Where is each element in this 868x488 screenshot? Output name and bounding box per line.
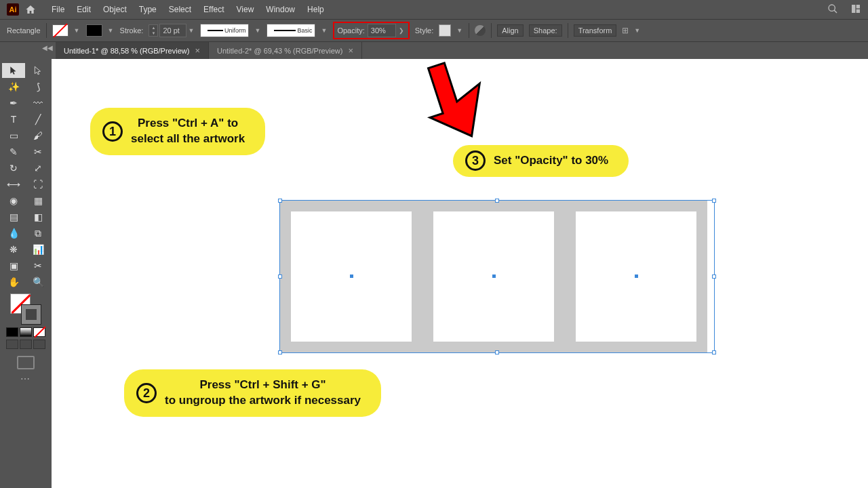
selected-artwork[interactable] bbox=[280, 201, 714, 352]
align-button[interactable]: Align bbox=[497, 24, 523, 37]
isolate-icon[interactable]: ⊞ bbox=[622, 26, 629, 35]
svg-rect-3 bbox=[856, 5, 860, 8]
eraser-tool[interactable]: ✂ bbox=[26, 144, 50, 159]
opacity-label: Opacity: bbox=[337, 26, 364, 35]
magic-wand-tool[interactable]: ✨ bbox=[2, 79, 25, 94]
rotate-tool[interactable]: ↻ bbox=[2, 161, 25, 176]
opacity-control-highlighted: Opacity: ❯ bbox=[333, 22, 409, 39]
menu-help[interactable]: Help bbox=[306, 2, 326, 17]
line-tool[interactable]: ╱ bbox=[26, 112, 50, 127]
menu-object[interactable]: Object bbox=[102, 2, 128, 17]
artboard-tool[interactable]: ▣ bbox=[2, 258, 25, 273]
free-transform-tool[interactable]: ⛶ bbox=[26, 177, 50, 192]
callout-1: 1 Press "Ctrl + A" to select all the art… bbox=[90, 108, 265, 155]
fill-stroke-color[interactable] bbox=[10, 293, 41, 325]
shaper-tool[interactable]: ✎ bbox=[2, 144, 25, 159]
menu-effect[interactable]: Effect bbox=[202, 2, 225, 17]
close-icon[interactable]: × bbox=[348, 45, 353, 56]
recolor-icon[interactable] bbox=[475, 25, 486, 36]
rectangle-tool[interactable]: ▭ bbox=[2, 128, 25, 143]
hand-tool[interactable]: ✋ bbox=[2, 274, 25, 289]
screen-mode-icon[interactable] bbox=[17, 356, 35, 369]
menu-view[interactable]: View bbox=[235, 2, 256, 17]
curvature-tool[interactable]: 〰 bbox=[26, 96, 50, 110]
direct-selection-tool[interactable] bbox=[26, 63, 50, 78]
shape-button[interactable]: Shape: bbox=[529, 24, 562, 37]
color-mode-row[interactable] bbox=[6, 327, 45, 337]
lasso-tool[interactable]: ⟆ bbox=[26, 79, 50, 94]
canvas[interactable]: 1 Press "Ctrl + A" to select all the art… bbox=[52, 59, 868, 488]
menubar: Ai File Edit Object Type Select Effect V… bbox=[0, 0, 868, 19]
document-tab-1[interactable]: Untitled-1* @ 88,58 % (RGB/Preview) × bbox=[56, 42, 209, 59]
svg-point-0 bbox=[829, 5, 835, 11]
stroke-swatch[interactable] bbox=[86, 24, 102, 37]
tab-label: Untitled-2* @ 69,43 % (RGB/Preview) bbox=[217, 47, 342, 55]
control-bar: Rectangle ▼ ▼ Stroke: ▲▼ ▼ Uniform ▼ Bas… bbox=[0, 19, 868, 42]
callout-3: 3 Set "Opacity" to 30% bbox=[453, 145, 629, 177]
document-tab-2[interactable]: Untitled-2* @ 69,43 % (RGB/Preview) × bbox=[209, 42, 362, 59]
zoom-tool[interactable]: 🔍 bbox=[26, 274, 50, 289]
stroke-label: Stroke: bbox=[120, 26, 144, 35]
selection-tool[interactable] bbox=[2, 63, 25, 78]
opacity-field[interactable] bbox=[368, 24, 396, 37]
stroke-weight[interactable]: ▲▼ ▼ bbox=[149, 24, 195, 37]
search-icon[interactable] bbox=[827, 3, 838, 16]
stroke-dropdown[interactable]: ▼ bbox=[108, 27, 115, 34]
menu-type[interactable]: Type bbox=[138, 2, 158, 17]
draw-modes[interactable] bbox=[6, 340, 45, 349]
menu-edit[interactable]: Edit bbox=[75, 2, 92, 17]
svg-rect-4 bbox=[856, 9, 860, 12]
menu-file[interactable]: File bbox=[50, 2, 66, 17]
svg-rect-2 bbox=[852, 5, 855, 13]
type-tool[interactable]: T bbox=[2, 112, 25, 127]
svg-marker-5 bbox=[418, 56, 492, 146]
graph-tool[interactable]: 📊 bbox=[26, 242, 50, 257]
close-icon[interactable]: × bbox=[195, 45, 200, 56]
tab-label: Untitled-1* @ 88,58 % (RGB/Preview) bbox=[64, 47, 189, 55]
workspace-icon[interactable] bbox=[850, 3, 861, 16]
width-tool[interactable]: ⟷ bbox=[2, 177, 25, 192]
home-icon[interactable] bbox=[24, 3, 37, 16]
transform-button[interactable]: Transform bbox=[574, 24, 617, 37]
slice-tool[interactable]: ✂ bbox=[26, 258, 50, 273]
selection-label: Rectangle bbox=[7, 26, 41, 35]
fill-swatch[interactable] bbox=[52, 24, 68, 37]
callout-2: 2 Press "Ctrl + Shift + G" to ungroup th… bbox=[124, 369, 381, 417]
stroke-weight-field[interactable] bbox=[159, 24, 186, 37]
fill-dropdown[interactable]: ▼ bbox=[74, 27, 81, 34]
paintbrush-tool[interactable]: 🖌 bbox=[26, 128, 50, 143]
arrow-annotation bbox=[418, 56, 492, 150]
pen-tool[interactable]: ✒ bbox=[2, 96, 25, 110]
tools-panel: ✨ ⟆ ✒ 〰 T ╱ ▭ 🖌 ✎ ✂ ↻ ⤢ ⟷ ⛶ ◉ ▦ ▤ ◧ 💧 ⧉ … bbox=[0, 59, 52, 488]
edit-toolbar-icon[interactable]: ⋯ bbox=[20, 373, 31, 384]
menu-items: File Edit Object Type Select Effect View… bbox=[50, 2, 326, 17]
eyedropper-tool[interactable]: 💧 bbox=[2, 226, 25, 241]
selection-bounds bbox=[279, 200, 715, 353]
shape-builder-tool[interactable]: ◉ bbox=[2, 193, 25, 208]
graphic-style-swatch[interactable] bbox=[439, 24, 451, 37]
menu-window[interactable]: Window bbox=[264, 2, 296, 17]
variable-width-profile[interactable]: Uniform bbox=[200, 24, 249, 37]
gradient-tool[interactable]: ◧ bbox=[26, 209, 50, 224]
menu-select[interactable]: Select bbox=[167, 2, 193, 17]
opacity-dropdown[interactable]: ❯ bbox=[399, 27, 406, 34]
symbol-sprayer-tool[interactable]: ❋ bbox=[2, 242, 25, 257]
perspective-tool[interactable]: ▦ bbox=[26, 193, 50, 208]
brush-definition[interactable]: Basic bbox=[267, 24, 315, 37]
style-label: Style: bbox=[415, 26, 434, 35]
blend-tool[interactable]: ⧉ bbox=[26, 226, 50, 241]
app-logo: Ai bbox=[7, 3, 19, 16]
mesh-tool[interactable]: ▤ bbox=[2, 209, 25, 224]
svg-line-1 bbox=[834, 10, 837, 13]
scale-tool[interactable]: ⤢ bbox=[26, 161, 50, 176]
expand-panels-icon[interactable]: ◀◀ bbox=[42, 44, 53, 52]
